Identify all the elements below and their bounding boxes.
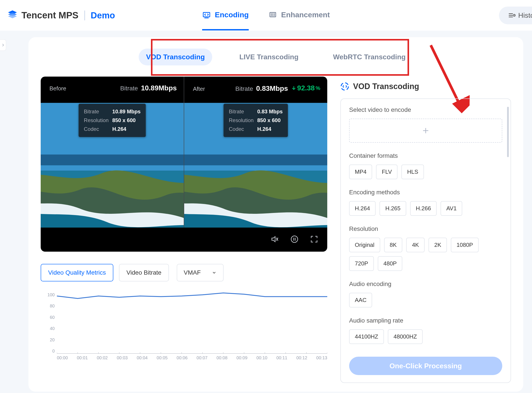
select-video-label: Select video to encode (349, 106, 502, 113)
after-tooltip: Bitrate0.83 Mbps Resolution850 x 600 Cod… (224, 104, 288, 137)
container-formats-chips: MP4 FLV HLS (349, 165, 502, 179)
after-label: After (193, 86, 205, 92)
transcoding-icon (340, 82, 349, 91)
before-video[interactable]: Bitrate10.89 Mbps Resolution850 x 600 Co… (41, 103, 184, 228)
history-icon (508, 11, 516, 19)
chip-4k[interactable]: 4K (406, 238, 425, 252)
pause-button[interactable] (290, 235, 299, 244)
quality-chart: 100 80 60 40 20 0 00:0000:0100:0200:0300… (41, 292, 327, 362)
left-panel-expand[interactable] (0, 39, 6, 51)
chart-plot (57, 292, 327, 354)
plus-icon (422, 127, 430, 135)
chip-2k[interactable]: 2K (429, 238, 447, 252)
tab-vod-transcoding[interactable]: VOD Transcoding (139, 49, 212, 65)
topnav-enhancement-label: Enhancement (281, 10, 330, 19)
main-card: VOD Transcoding LIVE Transcoding WebRTC … (29, 37, 523, 392)
chip-8k[interactable]: 8K (384, 238, 402, 252)
settings-panel: Select video to encode Container formats… (340, 98, 511, 383)
right-column: VOD Transcoding Select video to encode C… (340, 77, 511, 383)
tab-live-transcoding[interactable]: LIVE Transcoding (232, 49, 306, 65)
chip-h265[interactable]: H.265 (380, 201, 406, 216)
svg-point-26 (341, 83, 348, 90)
after-video[interactable]: Bitrate0.83 Mbps Resolution850 x 600 Cod… (184, 103, 327, 228)
video-compare: Before Bitrate 10.89Mbps After Bitrate 0… (41, 77, 327, 252)
fullscreen-icon (310, 235, 318, 244)
before-tooltip: Bitrate10.89 Mbps Resolution850 x 600 Co… (78, 104, 146, 137)
history-label: Histo (518, 11, 532, 20)
history-button[interactable]: Histo (499, 7, 532, 24)
metric-tab-bitrate[interactable]: Video Bitrate (119, 264, 169, 281)
chip-original[interactable]: Original (349, 238, 380, 252)
tab-webrtc-transcoding[interactable]: WebRTC Transcoding (326, 49, 413, 65)
chip-h266[interactable]: H.266 (410, 201, 437, 216)
topnav-enhancement[interactable]: Enhancement (268, 0, 330, 30)
topnav-encoding[interactable]: Encoding (202, 0, 249, 30)
one-click-processing-button[interactable]: One-Click Processing (349, 357, 502, 375)
left-column: Before Bitrate 10.89Mbps After Bitrate 0… (41, 77, 327, 362)
topnav: Encoding Enhancement (202, 0, 330, 30)
chip-av1[interactable]: AV1 (441, 201, 462, 216)
encoding-methods-chips: H.264 H.265 H.266 AV1 (349, 201, 502, 216)
mute-button[interactable] (270, 235, 279, 244)
resolution-chips: Original 8K 4K 2K 1080P 720P 480P (349, 238, 502, 271)
x-axis: 00:0000:0100:0200:0300:0400:0500:0600:07… (57, 355, 327, 362)
bitrate-delta: 92.38% (291, 84, 320, 92)
chevron-down-icon (212, 270, 217, 275)
sampling-rate-chips: 44100HZ 48000HZ (349, 329, 502, 344)
chip-48000[interactable]: 48000HZ (388, 329, 423, 344)
metric-controls: Video Quality Metrics Video Bitrate VMAF (41, 264, 327, 281)
y-axis: 100 80 60 40 20 0 (41, 292, 55, 354)
brand-logo-icon (7, 10, 18, 21)
audio-encoding-chips: AAC (349, 293, 502, 307)
chip-h264[interactable]: H.264 (349, 201, 376, 216)
before-bitrate-label: Bitrate (120, 85, 138, 92)
chip-hls[interactable]: HLS (401, 165, 424, 179)
topbar: Tencent MPS Demo Encoding Enhancement Hi… (0, 0, 532, 31)
brand-demo-label: Demo (84, 10, 115, 20)
sampling-rate-label: Audio sampling rate (349, 317, 502, 324)
fullscreen-button[interactable] (310, 235, 318, 244)
topnav-encoding-label: Encoding (215, 10, 249, 19)
before-label: Before (49, 85, 66, 92)
svg-point-10 (291, 236, 298, 242)
container-formats-label: Container formats (349, 152, 502, 159)
transcoding-tabs-row: VOD Transcoding LIVE Transcoding WebRTC … (29, 37, 523, 77)
chip-44100[interactable]: 44100HZ (349, 329, 384, 344)
after-bitrate-value: 0.83Mbps (256, 84, 288, 93)
chip-1080p[interactable]: 1080P (451, 238, 479, 252)
mute-icon (270, 235, 279, 244)
audio-encoding-label: Audio encoding (349, 280, 502, 288)
encoding-icon (202, 10, 211, 19)
metric-select-value: VMAF (184, 269, 201, 276)
down-arrow-icon (291, 86, 296, 91)
enhancement-icon (268, 10, 277, 19)
resolution-label: Resolution (349, 225, 502, 232)
chip-480p[interactable]: 480P (378, 256, 402, 271)
svg-rect-8 (184, 154, 327, 165)
chip-720p[interactable]: 720P (349, 256, 374, 271)
right-panel-title-row: VOD Transcoding (340, 82, 511, 91)
svg-rect-5 (41, 154, 184, 165)
video-dropzone[interactable] (349, 119, 502, 143)
brand: Tencent MPS Demo (7, 10, 115, 21)
metric-select[interactable]: VMAF (177, 264, 224, 281)
before-bitrate-value: 10.89Mbps (141, 84, 177, 92)
encoding-methods-label: Encoding methods (349, 189, 502, 196)
after-bitrate-label: Bitrate (235, 85, 253, 92)
brand-name: Tencent MPS (21, 10, 78, 20)
chevron-right-icon (1, 43, 5, 47)
scrollbar[interactable] (507, 107, 509, 157)
metric-tab-quality[interactable]: Video Quality Metrics (41, 264, 113, 281)
chip-flv[interactable]: FLV (376, 165, 397, 179)
pause-icon (290, 235, 299, 244)
chip-mp4[interactable]: MP4 (349, 165, 372, 179)
chip-aac[interactable]: AAC (349, 293, 372, 307)
right-panel-title: VOD Transcoding (353, 82, 419, 91)
